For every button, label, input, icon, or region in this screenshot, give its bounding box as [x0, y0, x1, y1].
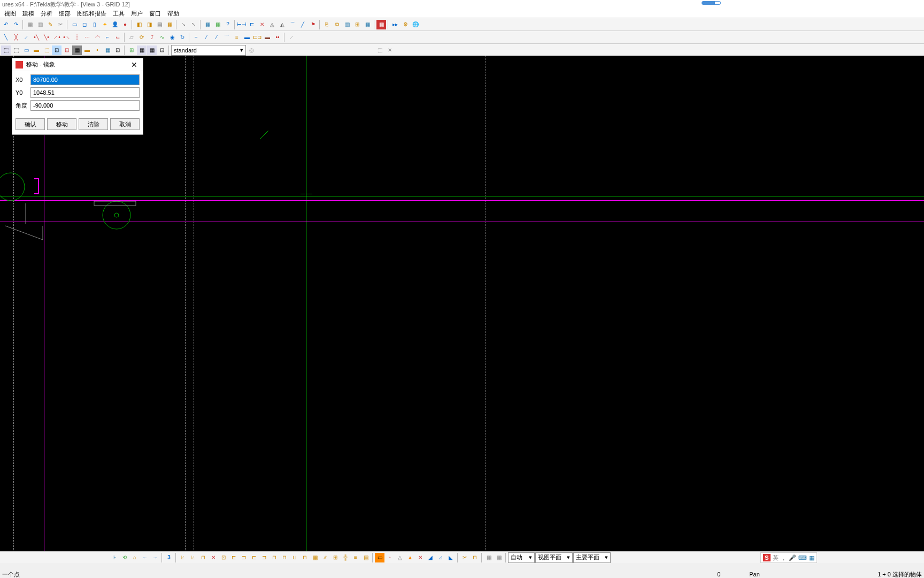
- b2-icon[interactable]: ⟲: [120, 553, 129, 562]
- people-icon[interactable]: 👤: [110, 20, 120, 29]
- doc-icon[interactable]: ▦: [25, 20, 35, 29]
- b7-icon[interactable]: ⟀: [178, 553, 188, 562]
- sel3-icon[interactable]: ▭: [21, 45, 31, 55]
- ime-keybd-icon[interactable]: ⌨: [798, 554, 807, 561]
- b17-icon[interactable]: ⊓: [280, 553, 289, 562]
- sel6-icon[interactable]: ⊡: [52, 45, 61, 55]
- b12-icon[interactable]: ⊏: [229, 553, 238, 562]
- sel8-icon[interactable]: ▦: [72, 45, 82, 55]
- sel4-icon[interactable]: ▬: [32, 45, 41, 55]
- compass2-icon[interactable]: ◭: [278, 20, 287, 29]
- check-icon[interactable]: ▦: [376, 20, 386, 29]
- snap5-icon[interactable]: ◉: [167, 33, 177, 42]
- line-icon[interactable]: ╱: [298, 20, 307, 29]
- menu-view[interactable]: 视图: [1, 9, 19, 18]
- menu-analyze[interactable]: 分析: [37, 9, 56, 18]
- ime-mic-icon[interactable]: 🎤: [789, 554, 796, 561]
- arrow2-icon[interactable]: ⤡: [189, 20, 198, 29]
- flag-icon[interactable]: ⚑: [308, 20, 318, 29]
- arrow-icon[interactable]: ↘: [179, 20, 188, 29]
- angle-input[interactable]: [30, 100, 140, 111]
- b14-icon[interactable]: ⊏: [249, 553, 259, 562]
- b6-icon[interactable]: 3: [164, 553, 174, 562]
- sel7-icon[interactable]: ⊡: [62, 45, 72, 55]
- c2-icon[interactable]: ◦: [385, 553, 395, 562]
- arc1-icon[interactable]: ◠: [93, 33, 102, 42]
- ok-button[interactable]: 确认: [16, 118, 45, 130]
- sel1-icon[interactable]: ⬚: [1, 45, 11, 55]
- sel13-icon[interactable]: ⊞: [127, 45, 136, 55]
- beam4-icon[interactable]: ⌒: [222, 33, 232, 42]
- target-icon[interactable]: ◎: [247, 45, 256, 55]
- close-icon[interactable]: ✕: [129, 60, 140, 69]
- pt1-icon[interactable]: •╲: [32, 33, 41, 42]
- cal-icon[interactable]: ▦: [363, 20, 372, 29]
- b20-icon[interactable]: ▦: [310, 553, 320, 562]
- b8-icon[interactable]: ⟀: [188, 553, 198, 562]
- c1-icon[interactable]: ▭: [375, 553, 384, 562]
- gear-icon[interactable]: ⚙: [401, 20, 410, 29]
- c7-icon[interactable]: ⊿: [436, 553, 445, 562]
- cancel-button[interactable]: 取消: [110, 118, 140, 130]
- sel9-icon[interactable]: ▬: [82, 45, 92, 55]
- redo-icon[interactable]: ↷: [11, 20, 21, 29]
- snap1-icon[interactable]: ▱: [127, 33, 136, 42]
- pt6-icon[interactable]: ⋯: [82, 33, 92, 42]
- rect2-icon[interactable]: ◻: [80, 20, 89, 29]
- beam6-icon[interactable]: ▬: [242, 33, 252, 42]
- pt4-icon[interactable]: •⟍: [62, 33, 72, 42]
- x0-input[interactable]: [30, 74, 140, 85]
- view-plane-dropdown[interactable]: 视图平面▾: [535, 552, 573, 563]
- b18-icon[interactable]: ⊔: [290, 553, 299, 562]
- c4-icon[interactable]: ▲: [405, 553, 415, 562]
- rect-icon[interactable]: ▭: [70, 20, 79, 29]
- arc3-icon[interactable]: ⌙: [113, 33, 122, 42]
- arc2-icon[interactable]: ⌐: [103, 33, 112, 42]
- beam7-icon[interactable]: ⊏⊐: [252, 33, 262, 42]
- b23-icon[interactable]: ╬: [341, 553, 350, 562]
- b16-icon[interactable]: ⊓: [270, 553, 279, 562]
- calc-icon[interactable]: ⊞: [352, 20, 362, 29]
- globe-icon[interactable]: 🌐: [411, 20, 420, 29]
- menu-window[interactable]: 窗口: [146, 9, 164, 18]
- form-icon[interactable]: ▥: [342, 20, 352, 29]
- d1-icon[interactable]: ✂: [460, 553, 469, 562]
- dialog-titlebar[interactable]: 移动 - 镜象 ✕: [12, 58, 143, 71]
- box2-icon[interactable]: ◨: [144, 20, 154, 29]
- cube-icon[interactable]: ⬚: [375, 45, 384, 55]
- rect3-icon[interactable]: ▯: [90, 20, 99, 29]
- line2-icon[interactable]: ╳: [11, 33, 21, 42]
- menu-drawing[interactable]: 图纸和报告: [74, 9, 110, 18]
- snap4-icon[interactable]: ∿: [157, 33, 167, 42]
- b24-icon[interactable]: ≡: [351, 553, 360, 562]
- edit-icon[interactable]: ✎: [45, 20, 55, 29]
- play-icon[interactable]: ▸▸: [390, 20, 400, 29]
- c8-icon[interactable]: ◣: [446, 553, 456, 562]
- d3-icon[interactable]: ▦: [484, 553, 494, 562]
- cut-icon[interactable]: ✂: [56, 20, 65, 29]
- cross-icon[interactable]: ✕: [257, 20, 267, 29]
- expand-icon[interactable]: ✕: [385, 45, 395, 55]
- b1-icon[interactable]: ⊦: [110, 553, 119, 562]
- table-icon[interactable]: ▦: [165, 20, 174, 29]
- b5-icon[interactable]: →: [150, 553, 160, 562]
- sel14-icon[interactable]: ▦: [137, 45, 147, 55]
- box3-icon[interactable]: ▤: [155, 20, 164, 29]
- standard-dropdown[interactable]: standard ▾: [171, 45, 246, 56]
- c3-icon[interactable]: △: [395, 553, 405, 562]
- b3-icon[interactable]: ⌂: [130, 553, 140, 562]
- beam8-icon[interactable]: ▬: [263, 33, 272, 42]
- beam1-icon[interactable]: −: [191, 33, 201, 42]
- line1-icon[interactable]: ╲: [1, 33, 11, 42]
- sel10-icon[interactable]: •: [93, 45, 102, 55]
- beam9-icon[interactable]: ••: [273, 33, 282, 42]
- beam5-icon[interactable]: ≡: [232, 33, 242, 42]
- menu-tools[interactable]: 工具: [110, 9, 128, 18]
- b22-icon[interactable]: ⊞: [330, 553, 340, 562]
- dim2-icon[interactable]: ⊏: [247, 20, 257, 29]
- ime-bar[interactable]: S 英 ， 🎤 ⌨ ▦: [760, 552, 817, 563]
- pt2-icon[interactable]: ╲•: [42, 33, 51, 42]
- snap3-icon[interactable]: ⤴: [147, 33, 157, 42]
- b4-icon[interactable]: ←: [140, 553, 150, 562]
- beam2-icon[interactable]: ∕: [202, 33, 211, 42]
